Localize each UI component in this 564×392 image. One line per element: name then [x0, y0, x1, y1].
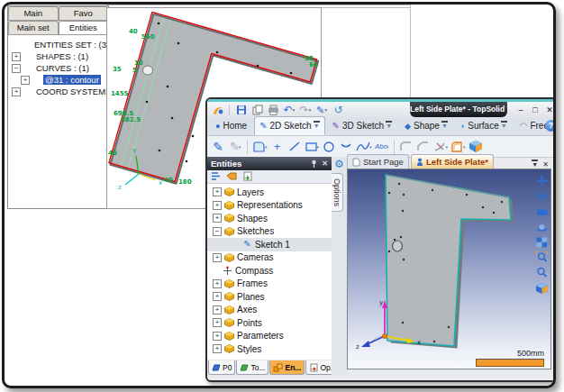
expand-box-icon[interactable]: +: [12, 52, 21, 61]
extrude-cube-tool-button[interactable]: [468, 139, 483, 155]
tree-filter-button[interactable]: [211, 169, 222, 185]
entities-tree-item-layers[interactable]: +Layers: [207, 186, 332, 199]
ribbon-tab-home[interactable]: ●Home: [210, 116, 252, 135]
entities-tree-item-sketch-1[interactable]: ✎Sketch 1: [207, 238, 332, 251]
trim-tool-button[interactable]: ▾: [433, 139, 449, 155]
print-button[interactable]: [267, 104, 280, 116]
expand-box-icon[interactable]: −: [213, 227, 222, 236]
svg-text:z: z: [118, 184, 122, 191]
cube-icon: [224, 344, 234, 353]
options-collapsed-tab[interactable]: Options: [332, 173, 343, 212]
bg-tree-item[interactable]: −CURVES : (1): [10, 62, 108, 74]
tab-list-chevron-icon[interactable]: ▼: [532, 161, 538, 168]
bg-tree-item[interactable]: ENTITIES SET : (3): [10, 39, 108, 50]
undo-button[interactable]: ↶▼: [283, 104, 296, 116]
bg-tree-item[interactable]: +SHAPES : (1): [10, 50, 108, 62]
entities-tree-item-shapes[interactable]: +Shapes: [207, 212, 332, 225]
arc-tool-button[interactable]: [339, 139, 353, 155]
spin-view-button[interactable]: [535, 220, 549, 233]
doc-tab-left-side-plate-[interactable]: Left Side Plate*: [411, 154, 494, 169]
entities-tree-item-cameras[interactable]: +Cameras: [207, 251, 332, 265]
entities-tree-item-points[interactable]: +Points: [207, 316, 332, 330]
entities-tree-item-axes[interactable]: +Axes: [207, 304, 332, 317]
sketch-pencil-tool-button[interactable]: ✎: [211, 139, 225, 155]
iso-view-view-button[interactable]: [535, 281, 549, 295]
point-tool-button[interactable]: +: [270, 139, 285, 155]
topsolid-logo-button[interactable]: [211, 104, 224, 116]
close-button[interactable]: ✕: [544, 105, 555, 115]
bg-tab-favo[interactable]: Favo: [59, 6, 109, 20]
ribbon-tab-3d-sketch[interactable]: ✎3D Sketch▼: [327, 116, 397, 135]
bg-tab-entities[interactable]: Entities: [59, 21, 109, 34]
doc-tab-start-page[interactable]: Start Page: [347, 154, 409, 169]
entities-tree-item-compass[interactable]: Compass: [207, 264, 332, 278]
expand-box-icon[interactable]: +: [213, 292, 222, 301]
orbit-view-button[interactable]: [535, 189, 549, 203]
expand-box-icon[interactable]: +: [213, 318, 222, 327]
help-button[interactable]: ?: [545, 120, 556, 132]
redo-button[interactable]: ↷▼: [299, 104, 313, 116]
ribbon-tab-2d-sketch[interactable]: ✎2D Sketch▼: [254, 116, 324, 135]
maximize-button[interactable]: □: [530, 105, 541, 115]
expand-box-icon[interactable]: +: [213, 332, 222, 341]
line-tool-button[interactable]: [287, 139, 302, 155]
sync-button[interactable]: ↺: [332, 104, 345, 116]
expand-box-icon[interactable]: +: [213, 201, 222, 210]
bg-tab-main[interactable]: Main: [8, 6, 59, 20]
tag-button[interactable]: [226, 169, 237, 185]
entities-tree-item-styles[interactable]: +Styles: [207, 342, 332, 356]
expand-box-icon[interactable]: −: [12, 64, 21, 73]
page-arrow-icon: [309, 363, 318, 372]
graphics-view[interactable]: y x z 500mm: [347, 169, 551, 369]
expand-box-icon[interactable]: +: [213, 279, 222, 288]
panel-tab-p0[interactable]: P0: [208, 360, 235, 375]
ribbon-tab-shape[interactable]: ◆Shape▼: [399, 116, 453, 135]
copy-button[interactable]: [250, 104, 264, 116]
minimize-button[interactable]: –: [515, 105, 526, 115]
entities-tree-item-sketches[interactable]: −Sketches: [207, 225, 332, 239]
entities-tree-item-representations[interactable]: +Representations: [207, 199, 332, 213]
bg-tree-item[interactable]: +COORD SYSTEMS : (: [10, 86, 108, 97]
contour-tool-button[interactable]: ▾: [252, 139, 268, 155]
sketch-pencil-icon: ✎: [213, 141, 223, 153]
expand-box-icon[interactable]: +: [12, 87, 21, 96]
expand-box-icon[interactable]: +: [213, 344, 222, 353]
fillet-tool-button[interactable]: [399, 139, 414, 155]
entities-tree-item-planes[interactable]: +Planes: [207, 290, 332, 304]
entities-tree-item-frames[interactable]: +Frames: [207, 278, 332, 291]
panel-tab-en[interactable]: En...: [269, 360, 305, 375]
close-panel-icon[interactable]: ✕: [322, 160, 328, 168]
close-document-icon[interactable]: ✕: [542, 160, 549, 169]
entities-tree-item-parameters[interactable]: +Parameters: [207, 330, 332, 343]
expand-box-icon[interactable]: +: [213, 305, 222, 315]
zoom-view-button[interactable]: [535, 266, 549, 279]
zoom-window-view-button[interactable]: [535, 251, 549, 264]
chamfer-tool-button[interactable]: [416, 139, 431, 155]
save-button[interactable]: [234, 104, 248, 116]
pin-icon[interactable]: [310, 160, 318, 168]
sync-icon: ↺: [333, 105, 342, 115]
gear-icon[interactable]: ⚙: [332, 157, 347, 171]
bg-tab-main-set[interactable]: Main set: [8, 21, 59, 34]
zoom-window-icon: [536, 251, 548, 263]
rectangle-tool-button[interactable]: ▾: [305, 139, 320, 155]
text-abc-tool-button[interactable]: Abc▾: [375, 139, 389, 155]
ribbon-tab-surface[interactable]: ◗Surface▼: [455, 116, 513, 135]
import-button[interactable]: [241, 169, 252, 185]
pan-view-button[interactable]: [535, 174, 549, 187]
offset-profile-tool-button[interactable]: ▾: [450, 139, 466, 155]
expand-box-icon[interactable]: +: [213, 214, 222, 223]
edit-pen-button[interactable]: ✎▼: [315, 104, 329, 116]
spline-tool-button[interactable]: ▾: [356, 139, 372, 155]
bg-tree-item[interactable]: +@31 : contour: [10, 74, 108, 86]
chamfer-icon: [416, 141, 430, 152]
expand-box-icon[interactable]: +: [213, 253, 222, 262]
expand-box-icon[interactable]: +: [213, 187, 222, 196]
plate-face[interactable]: [386, 175, 511, 346]
select-sketch-tool-button[interactable]: ✎▾: [228, 139, 242, 155]
look-at-view-button[interactable]: [535, 205, 549, 218]
panel-tab-to[interactable]: To...: [236, 360, 268, 375]
circle-tool-button[interactable]: [322, 139, 336, 155]
viewports-view-button[interactable]: [535, 235, 549, 249]
expand-box-icon[interactable]: +: [21, 76, 30, 85]
